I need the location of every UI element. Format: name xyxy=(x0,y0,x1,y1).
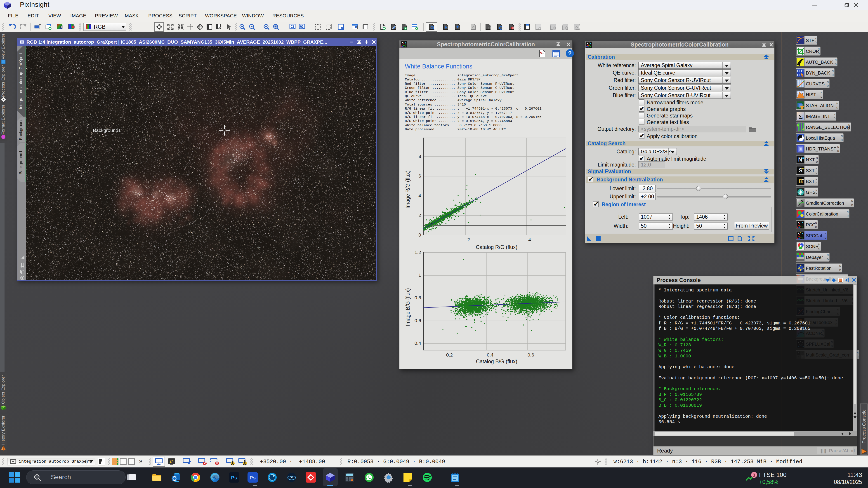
svg-text:Σ: Σ xyxy=(798,113,803,120)
svg-text:Ps: Ps xyxy=(231,475,237,481)
svg-text:3: 3 xyxy=(753,473,755,478)
svg-text:N: N xyxy=(798,156,802,163)
svg-text:S: S xyxy=(799,167,802,174)
svg-text:24: 24 xyxy=(169,459,174,463)
svg-text:Ps: Ps xyxy=(250,475,256,481)
svg-text:B: B xyxy=(799,178,803,185)
